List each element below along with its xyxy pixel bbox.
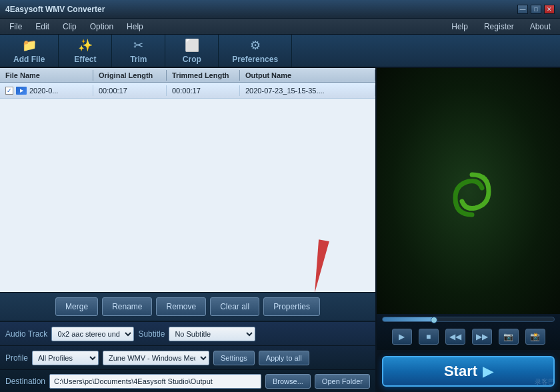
add-file-label: Add File: [13, 55, 45, 64]
toolbar-crop[interactable]: ⬜ Crop: [165, 35, 219, 67]
rename-button[interactable]: Rename: [102, 297, 152, 316]
clear-all-button[interactable]: Clear all: [210, 297, 259, 316]
settings-row: Audio Track 0x2 aac stereo und Subtitle …: [0, 321, 375, 345]
start-button[interactable]: Start ▶: [382, 356, 555, 387]
preferences-icon: ⚙: [250, 38, 261, 53]
minimize-button[interactable]: —: [517, 5, 528, 14]
effect-label: Effect: [74, 55, 96, 64]
menu-help-right[interactable]: Help: [445, 21, 475, 33]
table-row[interactable]: ✓ ▶ 2020-0... 00:00:17 00:00:17 2020-07-…: [0, 83, 375, 99]
crop-label: Crop: [183, 55, 201, 64]
app-title: 4Easysoft WMV Converter: [5, 5, 105, 14]
close-button[interactable]: ✕: [544, 5, 555, 14]
start-area: Start ▶: [377, 350, 560, 392]
crop-icon: ⬜: [185, 38, 199, 53]
left-panel: File Name Original Length Trimmed Length…: [0, 68, 377, 392]
open-folder-button[interactable]: Open Folder: [315, 374, 370, 389]
profile-label: Profile: [5, 353, 28, 363]
col-output-name: Output Name: [240, 70, 375, 81]
toolbar-preferences[interactable]: ⚙ Preferences: [219, 35, 292, 67]
audio-track-select[interactable]: 0x2 aac stereo und: [51, 327, 134, 341]
subtitle-label: Subtitle: [138, 329, 165, 339]
video-preview: [377, 68, 560, 314]
trim-icon: ✂: [133, 38, 143, 53]
file-table: File Name Original Length Trimmed Length…: [0, 68, 375, 292]
profile-select[interactable]: All Profiles: [32, 351, 99, 365]
logo-graphic: [442, 165, 495, 218]
maximize-button[interactable]: □: [531, 5, 541, 14]
menu-register[interactable]: Register: [477, 21, 521, 33]
menu-file[interactable]: File: [3, 21, 29, 33]
subtitle-select[interactable]: No Subtitle: [169, 327, 255, 341]
cell-file-name: ✓ ▶ 2020-0...: [0, 85, 93, 96]
main-content: File Name Original Length Trimmed Length…: [0, 68, 560, 392]
destination-row: Destination Browse... Open Folder: [0, 369, 375, 392]
preferences-label: Preferences: [232, 55, 278, 64]
col-trimmed-length: Trimmed Length: [167, 70, 240, 81]
menu-about[interactable]: About: [523, 21, 557, 33]
toolbar-effect[interactable]: ✨ Effect: [59, 35, 112, 67]
menu-help[interactable]: Help: [120, 21, 150, 33]
destination-input[interactable]: [49, 374, 261, 389]
progress-bar[interactable]: [382, 317, 555, 322]
col-original-length: Original Length: [93, 70, 167, 81]
file-type-icon: ▶: [16, 87, 27, 95]
table-header: File Name Original Length Trimmed Length…: [0, 68, 375, 83]
table-body: ✓ ▶ 2020-0... 00:00:17 00:00:17 2020-07-…: [0, 83, 375, 99]
window-controls: — □ ✕: [517, 5, 555, 14]
toolbar-trim[interactable]: ✂ Trim: [112, 35, 165, 67]
toolbar-add-file[interactable]: 📁 Add File: [0, 35, 59, 67]
trim-label: Trim: [130, 55, 147, 64]
cell-original-length: 00:00:17: [93, 85, 167, 96]
properties-button[interactable]: Properties: [263, 297, 320, 316]
menu-clip[interactable]: Clip: [56, 21, 83, 33]
row-checkbox[interactable]: ✓: [5, 87, 13, 95]
merge-button[interactable]: Merge: [55, 297, 98, 316]
apply-all-button[interactable]: Apply to all: [259, 351, 309, 365]
menu-edit[interactable]: Edit: [29, 21, 56, 33]
stop-button[interactable]: ■: [419, 329, 439, 345]
title-bar: 4Easysoft WMV Converter — □ ✕: [0, 0, 560, 19]
add-file-icon: 📁: [22, 38, 37, 53]
rewind-button[interactable]: ◀◀: [445, 329, 465, 345]
audio-track-label: Audio Track: [5, 329, 47, 339]
video-controls: ▶ ■ ◀◀ ▶▶ 📷 📸: [377, 314, 560, 350]
progress-handle[interactable]: [431, 317, 437, 323]
camera-button[interactable]: 📸: [525, 329, 545, 345]
settings-button[interactable]: Settings: [213, 351, 255, 365]
cell-output-name: 2020-07-23_15-15-35....: [240, 85, 375, 96]
format-select[interactable]: Zune WMV - Windows Media Video (*.w: [103, 351, 209, 365]
toolbar: 📁 Add File ✨ Effect ✂ Trim ⬜ Crop ⚙ Pref…: [0, 35, 560, 68]
menu-bar: File Edit Clip Option Help Help Register…: [0, 19, 560, 35]
profile-row: Profile All Profiles Zune WMV - Windows …: [0, 345, 375, 369]
effect-icon: ✨: [78, 38, 93, 53]
browse-button[interactable]: Browse...: [265, 374, 311, 389]
start-label: Start: [444, 363, 477, 380]
fast-forward-button[interactable]: ▶▶: [472, 329, 492, 345]
destination-label: Destination: [5, 377, 45, 386]
playback-controls: ▶ ■ ◀◀ ▶▶ 📷 📸: [382, 326, 555, 347]
start-arrow-icon: ▶: [483, 363, 493, 379]
play-button[interactable]: ▶: [392, 329, 412, 345]
snapshot-button[interactable]: 📷: [499, 329, 519, 345]
watermark: 录客巴: [535, 377, 555, 387]
cell-trimmed-length: 00:00:17: [167, 85, 240, 96]
menu-right: Help Register About: [445, 21, 557, 33]
progress-fill: [383, 317, 434, 321]
action-buttons: Merge Rename Remove Clear all Properties: [0, 292, 375, 321]
right-panel: ▶ ■ ◀◀ ▶▶ 📷 📸 Start ▶: [377, 68, 560, 392]
remove-button[interactable]: Remove: [156, 297, 206, 316]
menu-option[interactable]: Option: [83, 21, 120, 33]
col-file-name: File Name: [0, 70, 93, 81]
